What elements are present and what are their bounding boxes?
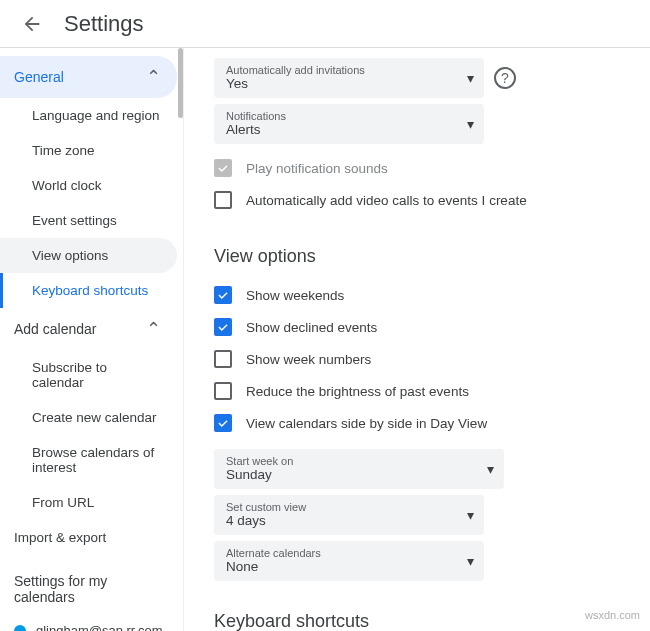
calendar-row[interactable]: glingham@san.rr.com bbox=[0, 615, 183, 631]
dropdown-value: 4 days bbox=[226, 513, 472, 528]
show-weekends-row: Show weekends bbox=[214, 279, 630, 311]
sidebar-item-browsecal[interactable]: Browse calendars of interest bbox=[0, 435, 177, 485]
sidebar-item-worldclock[interactable]: World clock bbox=[0, 168, 177, 203]
dropdown-value: Sunday bbox=[226, 467, 492, 482]
watermark: wsxdn.com bbox=[585, 609, 640, 621]
dropdown-label: Alternate calendars bbox=[226, 547, 472, 559]
sidebar-item-viewoptions[interactable]: View options bbox=[0, 238, 177, 273]
page-title: Settings bbox=[64, 11, 144, 37]
checkbox-label: Show weekends bbox=[246, 288, 344, 303]
calendar-label: glingham@san.rr.com bbox=[36, 623, 163, 631]
nav-group-general[interactable]: General ⌃ bbox=[0, 56, 177, 98]
reduce-brightness-row: Reduce the brightness of past events bbox=[214, 375, 630, 407]
color-dot-icon bbox=[14, 625, 26, 632]
checkbox-label: Show declined events bbox=[246, 320, 377, 335]
chevron-up-icon: ⌃ bbox=[146, 318, 161, 340]
dropdown-value: None bbox=[226, 559, 472, 574]
dropdown-label: Set custom view bbox=[226, 501, 472, 513]
back-button[interactable] bbox=[12, 4, 52, 44]
section-my-calendars: Settings for my calendars bbox=[0, 555, 183, 615]
chevron-up-icon: ⌃ bbox=[146, 66, 161, 88]
section-shortcuts: Keyboard shortcuts bbox=[214, 611, 630, 631]
play-sounds-row: Play notification sounds bbox=[214, 152, 630, 184]
checkbox-reduce-brightness[interactable] bbox=[214, 382, 232, 400]
altcal-dropdown[interactable]: Alternate calendars None ▾ bbox=[214, 541, 484, 581]
checkbox-label: Automatically add video calls to events … bbox=[246, 193, 527, 208]
arrow-left-icon bbox=[21, 13, 43, 35]
dropdown-label: Automatically add invitations bbox=[226, 64, 472, 76]
checkbox-show-weekends[interactable] bbox=[214, 286, 232, 304]
show-declined-row: Show declined events bbox=[214, 311, 630, 343]
sidebar: General ⌃ Language and region Time zone … bbox=[0, 48, 183, 631]
customview-dropdown[interactable]: Set custom view 4 days ▾ bbox=[214, 495, 484, 535]
sidebar-item-importexport[interactable]: Import & export bbox=[0, 520, 177, 555]
dropdown-label: Start week on bbox=[226, 455, 492, 467]
section-view-options: View options bbox=[214, 246, 630, 267]
sidebar-item-fromurl[interactable]: From URL bbox=[0, 485, 177, 520]
sidebar-item-subscribe[interactable]: Subscribe to calendar bbox=[0, 350, 177, 400]
dropdown-value: Alerts bbox=[226, 122, 472, 137]
main-layout: General ⌃ Language and region Time zone … bbox=[0, 48, 650, 631]
checkbox-auto-video[interactable] bbox=[214, 191, 232, 209]
scrollbar[interactable] bbox=[178, 48, 183, 118]
help-icon[interactable]: ? bbox=[494, 67, 516, 89]
nav-group-addcalendar[interactable]: Add calendar ⌃ bbox=[0, 308, 177, 350]
sidebar-item-language[interactable]: Language and region bbox=[0, 98, 177, 133]
nav-group-label: General bbox=[14, 69, 64, 85]
checkbox-label: View calendars side by side in Day View bbox=[246, 416, 487, 431]
side-by-side-row: View calendars side by side in Day View bbox=[214, 407, 630, 439]
checkbox-label: Play notification sounds bbox=[246, 161, 388, 176]
checkbox-label: Show week numbers bbox=[246, 352, 371, 367]
checkbox-show-declined[interactable] bbox=[214, 318, 232, 336]
app-header: Settings bbox=[0, 0, 650, 48]
checkbox-play-sounds[interactable] bbox=[214, 159, 232, 177]
nav-group-label: Add calendar bbox=[14, 321, 97, 337]
checkbox-side-by-side[interactable] bbox=[214, 414, 232, 432]
auto-video-row: Automatically add video calls to events … bbox=[214, 184, 630, 216]
sidebar-item-shortcuts[interactable]: Keyboard shortcuts bbox=[0, 273, 177, 308]
startweek-dropdown[interactable]: Start week on Sunday ▾ bbox=[214, 449, 504, 489]
caret-down-icon: ▾ bbox=[467, 70, 474, 86]
dropdown-label: Notifications bbox=[226, 110, 472, 122]
checkbox-label: Reduce the brightness of past events bbox=[246, 384, 469, 399]
caret-down-icon: ▾ bbox=[467, 507, 474, 523]
content-panel: Automatically add invitations Yes ▾ ? No… bbox=[183, 48, 650, 631]
sidebar-item-createcal[interactable]: Create new calendar bbox=[0, 400, 177, 435]
caret-down-icon: ▾ bbox=[467, 553, 474, 569]
caret-down-icon: ▾ bbox=[487, 461, 494, 477]
dropdown-value: Yes bbox=[226, 76, 472, 91]
caret-down-icon: ▾ bbox=[467, 116, 474, 132]
checkbox-show-weeknum[interactable] bbox=[214, 350, 232, 368]
notifications-dropdown[interactable]: Notifications Alerts ▾ bbox=[214, 104, 484, 144]
invitations-dropdown[interactable]: Automatically add invitations Yes ▾ bbox=[214, 58, 484, 98]
sidebar-item-eventsettings[interactable]: Event settings bbox=[0, 203, 177, 238]
sidebar-item-timezone[interactable]: Time zone bbox=[0, 133, 177, 168]
show-weeknum-row: Show week numbers bbox=[214, 343, 630, 375]
